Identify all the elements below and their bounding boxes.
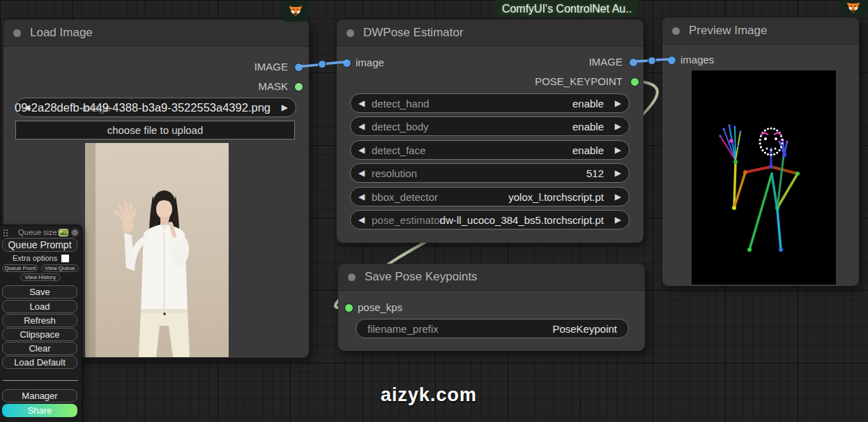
node-title: Load Image <box>30 26 93 40</box>
node-status-dot <box>672 27 680 35</box>
widget-label: filename_prefix <box>367 319 439 338</box>
next-value-icon[interactable]: ▶ <box>615 117 621 135</box>
queue-front-button[interactable]: Queue Front <box>2 264 38 272</box>
manager-button[interactable]: Manager <box>2 389 77 402</box>
widget-label: detect_face <box>372 141 426 159</box>
node-dwpose-titlebar[interactable]: DWPose Estimator <box>337 20 644 47</box>
node-dwpose-estimator[interactable]: DWPose Estimator image IMAGE POSE_KEYPOI… <box>337 20 644 243</box>
gallery-icon[interactable] <box>59 229 68 236</box>
extra-options-label: Extra options <box>13 254 57 262</box>
workflow-title: ComfyUI's ControlNet Au.. <box>502 0 632 17</box>
next-value-icon[interactable]: ▶ <box>615 188 621 206</box>
widget-image-filename[interactable]: ◀ image 09-2a28defb-b449-4388-b3a9-35225… <box>15 98 296 117</box>
input-port-images[interactable] <box>667 56 676 65</box>
output-port-image[interactable] <box>294 63 303 72</box>
photo-illustration <box>85 143 229 357</box>
clipspace-button[interactable]: Clipspace <box>2 328 77 341</box>
widget-pose-estimator[interactable]: ◀ pose_estimator dw-ll_ucoco_384_bs5.tor… <box>350 210 630 229</box>
widget-label: detect_hand <box>372 94 429 112</box>
node-save-pose-keypoints[interactable]: Save Pose Keypoints pose_kps filename_pr… <box>338 264 645 351</box>
next-value-icon[interactable]: ▶ <box>615 164 621 182</box>
prev-value-icon[interactable]: ◀ <box>358 117 365 135</box>
output-label-pose-keypoint: POSE_KEYPOINT <box>535 75 623 87</box>
prev-value-icon[interactable]: ◀ <box>358 188 365 206</box>
prev-value-icon[interactable]: ◀ <box>24 98 30 116</box>
widget-detect-face[interactable]: ◀ detect_face enable ▶ <box>350 140 630 160</box>
widget-label: resolution <box>372 164 417 182</box>
gear-icon[interactable]: ⚙ <box>70 228 79 237</box>
share-button[interactable]: Share <box>2 404 77 417</box>
next-value-icon[interactable]: ▶ <box>615 141 621 159</box>
node-title: Preview Image <box>689 24 767 38</box>
input-label-images: images <box>680 54 714 66</box>
node-title: Save Pose Keypoints <box>365 270 478 284</box>
widget-value: yolox_l.torchscript.pt <box>508 188 604 206</box>
queue-prompt-button[interactable]: Queue Prompt <box>2 238 77 252</box>
view-history-button[interactable]: View History <box>20 273 61 281</box>
fox-badge <box>839 0 868 15</box>
widget-resolution[interactable]: ◀ resolution 512 ▶ <box>350 163 630 183</box>
clear-button[interactable]: Clear <box>2 342 77 355</box>
comfyui-canvas[interactable]: Load Image IMAGE MASK ◀ image 09-2a28def… <box>0 0 868 422</box>
load-button[interactable]: Load <box>2 300 77 313</box>
prev-value-icon[interactable]: ◀ <box>358 141 365 159</box>
output-port-mask[interactable] <box>294 82 303 91</box>
widget-label: pose_estimator <box>372 211 443 229</box>
widget-detect-body[interactable]: ◀ detect_body enable ▶ <box>350 116 630 136</box>
widget-label: detect_body <box>372 117 429 135</box>
widget-value: 09-2a28defb-b449-4388-b3a9-3522553a4392.… <box>15 98 271 116</box>
widget-value: PoseKeypoint <box>552 319 617 338</box>
node-status-dot <box>347 29 354 37</box>
extra-options-checkbox[interactable] <box>61 255 69 262</box>
comfyui-menu[interactable]: Queue size: 0 ⚙ Queue Prompt Extra optio… <box>0 225 82 422</box>
prev-value-icon[interactable]: ◀ <box>358 211 365 229</box>
input-label-pose-kps: pose_kps <box>358 301 402 313</box>
output-port-pose-keypoint[interactable] <box>630 77 639 86</box>
next-value-icon[interactable]: ▶ <box>615 94 621 112</box>
next-value-icon[interactable]: ▶ <box>615 211 621 229</box>
widget-label: bbox_detector <box>372 188 438 206</box>
output-port-image[interactable] <box>629 58 638 67</box>
prev-value-icon[interactable]: ◀ <box>358 94 365 112</box>
node-load-image-titlebar[interactable]: Load Image <box>3 20 309 47</box>
output-label-image: IMAGE <box>254 61 288 73</box>
menu-drag-handle-icon[interactable] <box>3 229 8 237</box>
output-label-image: IMAGE <box>589 56 623 68</box>
node-status-dot <box>13 29 21 37</box>
output-label-mask: MASK <box>258 80 288 92</box>
svg-text:⚙: ⚙ <box>72 229 78 236</box>
input-label-image: image <box>356 56 384 68</box>
save-button[interactable]: Save <box>2 285 77 299</box>
watermark: aizyk.com <box>381 384 477 406</box>
node-preview-image[interactable]: Preview Image images <box>662 17 859 286</box>
widget-filename-prefix[interactable]: filename_prefix PoseKeypoint <box>356 319 629 338</box>
widget-value: enable <box>572 94 604 112</box>
widget-value: dw-ll_ucoco_384_bs5.torchscript.pt <box>440 211 604 229</box>
fox-icon <box>846 1 861 15</box>
widget-value: enable <box>572 141 604 159</box>
menu-divider <box>3 380 78 381</box>
workflow-title-pill: ComfyUI's ControlNet Au.. <box>496 0 638 17</box>
loaded-image-preview <box>85 143 229 357</box>
widget-value: enable <box>572 117 604 135</box>
load-default-button[interactable]: Load Default <box>2 356 77 369</box>
choose-file-button[interactable]: choose file to upload <box>15 121 295 140</box>
pose-preview-image <box>692 70 836 285</box>
input-port-pose-kps[interactable] <box>344 303 353 312</box>
pose-skeleton <box>692 70 836 285</box>
widget-detect-hand[interactable]: ◀ detect_hand enable ▶ <box>350 93 630 113</box>
input-port-image[interactable] <box>342 59 351 68</box>
node-status-dot <box>348 273 356 281</box>
fox-badge <box>282 1 309 22</box>
next-value-icon[interactable]: ▶ <box>282 98 288 116</box>
node-preview-titlebar[interactable]: Preview Image <box>662 17 859 45</box>
node-save-pose-titlebar[interactable]: Save Pose Keypoints <box>338 264 645 291</box>
view-queue-button[interactable]: View Queue <box>41 264 79 272</box>
fox-icon <box>288 5 303 18</box>
widget-value: 512 <box>586 164 604 182</box>
refresh-button[interactable]: Refresh <box>2 314 77 327</box>
widget-bbox-detector[interactable]: ◀ bbox_detector yolox_l.torchscript.pt ▶ <box>350 187 630 206</box>
node-title: DWPose Estimator <box>363 26 464 40</box>
prev-value-icon[interactable]: ◀ <box>358 164 365 182</box>
